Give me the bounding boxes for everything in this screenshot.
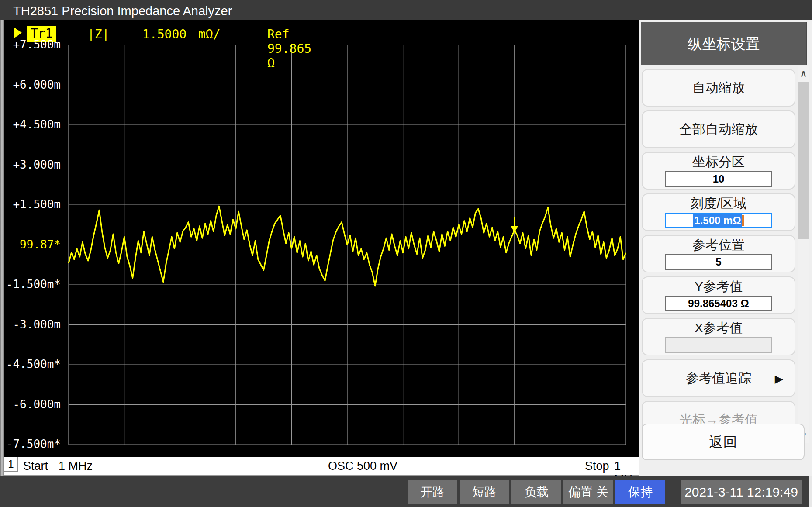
app-window: TH2851 Precision Impedance Analyzer Tr1 … <box>0 0 812 507</box>
y-axis-tick-label: +4.500m <box>13 118 61 131</box>
channel-number-box: 1 <box>4 457 18 472</box>
open-correction-button[interactable]: 开路 <box>408 480 457 504</box>
ref-position-input[interactable]: 5 <box>665 254 772 270</box>
status-bar: 开路 短路 负载 偏置 关 保持 2021-3-11 12:19:49 <box>0 476 812 507</box>
y-axis-labels: +7.500m+6.000m+4.500m+3.000m+1.500m99.87… <box>4 20 62 457</box>
y-axis-tick-label: -3.000m <box>13 318 61 331</box>
auto-scale-button[interactable]: 自动缩放 <box>642 69 795 107</box>
sidebar: 纵坐标设置 自动缩放 全部自动缩放 坐标分区 10 刻度/区域 1.500 mΩ… <box>639 20 812 476</box>
y-axis-tick-label: -6.000m <box>13 398 61 411</box>
window-title: TH2851 Precision Impedance Analyzer <box>13 4 232 18</box>
title-bar: TH2851 Precision Impedance Analyzer <box>0 0 812 20</box>
x-ref-value-button[interactable]: X参考值 <box>642 318 795 355</box>
scale-per-div-value: 1.5000 <box>142 27 187 41</box>
y-axis-tick-label: +3.000m <box>13 158 61 171</box>
measurement-parameter: |Z| <box>87 27 110 41</box>
window-left-bevel <box>0 20 4 507</box>
marker-down-icon[interactable] <box>511 217 518 233</box>
y-axis-tick-label: -1.500m* <box>6 278 61 291</box>
load-correction-button[interactable]: 负载 <box>511 480 561 504</box>
x-axis-bar: 1 Start 1 MHz OSC 500 mV Stop 1 MHz <box>4 457 639 476</box>
scale-per-div-button[interactable]: 刻度/区域 1.500 mΩ <box>642 193 795 231</box>
divisions-input[interactable]: 10 <box>665 171 772 187</box>
scale-per-div-input[interactable]: 1.500 mΩ <box>665 213 772 228</box>
x-ref-value-input[interactable] <box>665 337 772 353</box>
back-button[interactable]: 返回 <box>642 424 805 460</box>
scroll-thumb[interactable] <box>798 82 809 239</box>
osc-level: OSC 500 mV <box>328 459 397 473</box>
divisions-button[interactable]: 坐标分区 10 <box>642 152 795 190</box>
y-axis-tick-label: -4.500m* <box>6 358 61 371</box>
y-ref-value-button[interactable]: Y参考值 99.865403 Ω <box>642 276 795 314</box>
y-axis-tick-label: +7.500m <box>13 38 61 51</box>
chart <box>4 20 639 457</box>
short-correction-button[interactable]: 短路 <box>460 480 509 504</box>
y-axis-tick-label: -7.500m* <box>6 438 61 451</box>
y-axis-tick-label: +1.500m <box>13 198 61 211</box>
ref-position-button[interactable]: 参考位置 5 <box>642 235 795 272</box>
auto-scale-all-button[interactable]: 全部自动缩放 <box>642 110 795 148</box>
bias-toggle-button[interactable]: 偏置 关 <box>563 480 613 504</box>
scroll-up-icon[interactable]: ∧ <box>798 66 809 80</box>
submenu-arrow-icon: ▶ <box>775 372 783 385</box>
ref-tracking-button[interactable]: 参考值追踪 ▶ <box>642 359 795 397</box>
sidebar-title: 纵坐标设置 <box>641 22 807 65</box>
reference-value: Ref 99.865 Ω <box>267 27 311 70</box>
datetime-display: 2021-3-11 12:19:49 <box>681 480 802 504</box>
scale-unit: mΩ/ <box>198 27 221 41</box>
text-caret <box>742 215 744 226</box>
sidebar-scrollbar[interactable]: ∧ ∨ <box>798 66 809 443</box>
hold-button[interactable]: 保持 <box>615 480 665 504</box>
y-ref-value-input[interactable]: 99.865403 Ω <box>665 296 772 311</box>
start-frequency-value: 1 MHz <box>59 459 93 473</box>
plot-region: Tr1 |Z| 1.5000 mΩ/ Ref 99.865 Ω +7.500m+… <box>4 20 639 457</box>
start-frequency-label: Start <box>23 459 48 473</box>
y-axis-tick-label: +6.000m <box>13 78 61 91</box>
y-axis-tick-label: 99.87* <box>20 238 61 251</box>
screen-right-edge <box>809 476 812 507</box>
stop-frequency-label: Stop <box>585 459 609 473</box>
